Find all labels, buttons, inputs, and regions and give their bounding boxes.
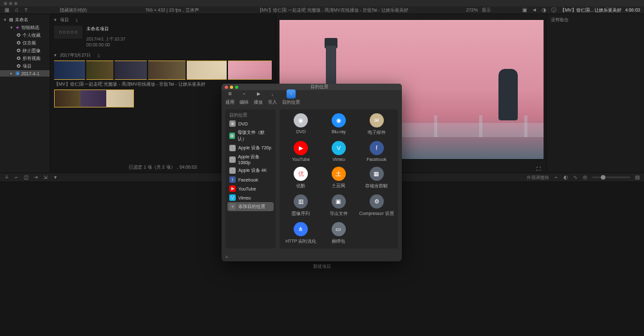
append-icon[interactable]: ⇲ xyxy=(43,174,48,180)
dest-icon: ▢ xyxy=(229,156,236,163)
new-project-label: 新建项目 xyxy=(313,263,331,270)
gear-icon: ✪ xyxy=(17,49,21,53)
pref-tab-label: 目的位置 xyxy=(282,99,300,106)
dest-grid-item[interactable]: ▣导出文件 xyxy=(330,194,348,217)
fullscreen-icon[interactable]: ⛶ xyxy=(536,167,541,171)
inspector-empty: 没有吻合 xyxy=(551,17,640,23)
dest-sidebar-item[interactable]: ▢Apple 设备 4K xyxy=(227,166,274,175)
dest-grid-icon: ▶ xyxy=(294,141,308,155)
dialog-max-icon[interactable] xyxy=(235,86,238,89)
dest-grid-item[interactable]: ▦存储当前帧 xyxy=(365,167,388,189)
projects-count: 1 xyxy=(75,18,78,23)
dest-grid-item[interactable]: ◉Blu-ray xyxy=(332,113,346,136)
sidebar-projects[interactable]: ✪项目 xyxy=(0,62,50,70)
disclosure-icon[interactable]: ▾ xyxy=(54,53,57,58)
audio-skim-icon[interactable]: ∿ xyxy=(573,174,578,180)
dest-grid-item[interactable]: ⋔HTTP 实时流化 xyxy=(285,222,316,245)
display-menu[interactable]: 显示 xyxy=(482,8,491,12)
dest-sidebar-item[interactable]: fFacebook xyxy=(227,175,274,184)
index-icon[interactable]: ≡ xyxy=(4,174,10,180)
project-thumbnail[interactable] xyxy=(54,26,82,39)
pref-tab-3[interactable]: ↓导入 xyxy=(268,89,277,106)
pref-tab-2[interactable]: ▶播放 xyxy=(254,89,263,106)
media-library-icon[interactable]: ▦ xyxy=(4,7,10,13)
pref-tab-0[interactable]: ⚙通用 xyxy=(225,89,234,106)
info-icon[interactable]: ⓘ xyxy=(551,7,556,13)
gear-icon: ✪ xyxy=(17,33,21,37)
dest-grid-icon: f xyxy=(370,141,384,155)
dest-icon: ＋ xyxy=(229,203,236,210)
sidebar-stills[interactable]: ✪静止图像 xyxy=(0,47,50,55)
clip-filmstrip-top[interactable] xyxy=(54,61,272,80)
dest-grid-item[interactable]: VVimeo xyxy=(332,141,346,162)
dest-grid-label: Blu-ray xyxy=(332,129,346,134)
dest-grid-item[interactable]: ▶YouTube xyxy=(292,141,310,162)
library-sidebar: ▾▤未命名 ▾★智能精选 ✪个人收藏 ✪仅音频 ✪静止图像 ✪所有视频 ✪项目 … xyxy=(0,14,50,173)
pref-tab-4[interactable]: ⇧目的位置 xyxy=(282,89,300,106)
dest-grid-icon: ▣ xyxy=(332,194,346,209)
dest-sidebar-item[interactable]: ▢Apple 设备 720p xyxy=(227,144,274,153)
sidebar-library[interactable]: ▾▤未命名 xyxy=(0,16,50,24)
dest-label: 添加目的位置 xyxy=(238,203,265,210)
snap-icon[interactable]: ⌁ xyxy=(553,174,559,180)
sidebar-event[interactable]: ▸▣2017-4-1 xyxy=(0,70,50,77)
dest-icon: V xyxy=(229,194,236,201)
video-scope-icon[interactable]: ▣ xyxy=(522,7,527,13)
zoom-slider[interactable] xyxy=(592,176,630,178)
destinations-heading: 目的位置 xyxy=(227,111,274,119)
pref-tab-label: 编辑 xyxy=(240,99,249,106)
filter-label[interactable]: 隐藏被拒绝的 xyxy=(60,7,87,14)
traffic-light-close[interactable] xyxy=(4,2,7,5)
trim-icon[interactable]: ⌐ xyxy=(14,174,19,180)
dest-grid-item[interactable]: ✉电子邮件 xyxy=(368,113,386,136)
dest-grid-item[interactable]: ▥图像序列 xyxy=(292,194,310,217)
dest-icon: ▢ xyxy=(229,167,236,174)
disclosure-icon[interactable]: ▾ xyxy=(54,17,57,23)
sidebar-favorites[interactable]: ✪个人收藏 xyxy=(0,32,50,39)
dest-grid-icon: ⋔ xyxy=(294,222,308,236)
dest-sidebar-item[interactable]: ▶YouTube xyxy=(227,184,274,193)
dest-sidebar-item[interactable]: VVimeo xyxy=(227,193,274,202)
dest-label: Vimeo xyxy=(238,196,251,200)
sidebar-all-video[interactable]: ✪所有视频 xyxy=(0,55,50,62)
dest-icon: ◉ xyxy=(229,120,236,127)
dest-grid-label: 电子邮件 xyxy=(368,129,386,136)
dest-sidebar-item[interactable]: ＋添加目的位置 xyxy=(227,202,274,211)
solo-icon[interactable]: ◎ xyxy=(582,174,588,180)
dest-grid-item[interactable]: 优优酷 xyxy=(294,167,308,189)
add-destination-button[interactable]: + xyxy=(225,255,228,259)
dest-grid-item[interactable]: ⚙Compressor 设置 xyxy=(359,194,394,217)
zoom-value[interactable]: 272% xyxy=(466,8,478,12)
sidebar-audio-only[interactable]: ✪仅音频 xyxy=(0,39,50,47)
traffic-light-min[interactable] xyxy=(9,2,12,5)
dialog-close-icon[interactable] xyxy=(225,86,228,89)
pref-tab-1[interactable]: ⌁编辑 xyxy=(240,89,249,106)
sidebar-smart[interactable]: ▾★智能精选 xyxy=(0,24,50,32)
dest-sidebar-item[interactable]: ◉DVD xyxy=(227,119,274,128)
dest-grid-item[interactable]: ◉DVD xyxy=(294,113,308,136)
color-icon[interactable]: ◑ xyxy=(541,7,547,13)
pref-tab-label: 通用 xyxy=(225,99,234,106)
clip-appearance-icon[interactable]: ▤ xyxy=(634,174,640,180)
dest-grid-item[interactable]: ▭捆绑包 xyxy=(332,222,346,245)
clip-filmstrip-selected[interactable] xyxy=(54,89,134,107)
dest-grid-item[interactable]: fFacebook xyxy=(366,141,386,162)
titles-icon[interactable]: T xyxy=(23,7,29,13)
dest-label: Apple 设备 720p xyxy=(238,145,271,151)
connect-icon[interactable]: ◫ xyxy=(23,174,29,180)
audio-icon[interactable]: ◄ xyxy=(531,7,537,13)
project-title[interactable]: 未命名项目 xyxy=(86,26,126,32)
dest-grid-item[interactable]: 土土豆网 xyxy=(332,167,346,189)
dest-grid-icon: 土 xyxy=(332,167,346,181)
dest-sidebar-item[interactable]: ▣母版文件（默认） xyxy=(227,128,274,144)
tools-icon[interactable]: ▾ xyxy=(52,174,58,180)
dialog-min-icon[interactable] xyxy=(230,86,233,89)
dest-sidebar-item[interactable]: ▢Apple 设备 1080p xyxy=(227,153,274,166)
skim-icon[interactable]: ◐ xyxy=(563,174,569,180)
dest-grid-label: 图像序列 xyxy=(292,210,310,217)
pref-tab-icon: ⚙ xyxy=(225,89,234,98)
library-icon: ▤ xyxy=(9,18,13,22)
photos-icon[interactable]: ♫ xyxy=(14,7,19,13)
insert-icon[interactable]: ⇥ xyxy=(33,174,39,180)
traffic-light-max[interactable] xyxy=(14,2,17,5)
